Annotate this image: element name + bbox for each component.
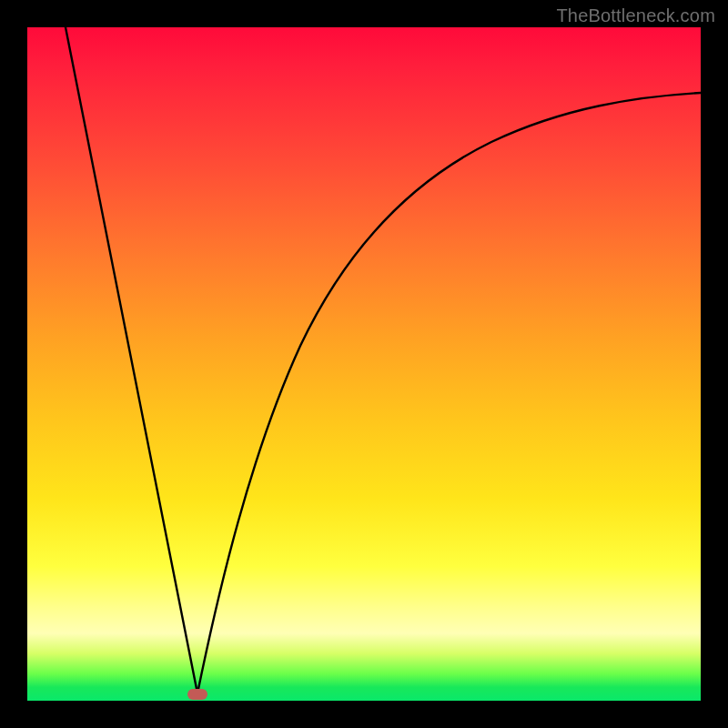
- curve-left-branch: [66, 27, 197, 693]
- plot-area: [27, 27, 701, 701]
- curve-right-branch: [197, 93, 701, 693]
- watermark-text: TheBottleneck.com: [556, 5, 715, 26]
- chart-frame: TheBottleneck.com: [0, 0, 728, 728]
- bottleneck-curve: [27, 27, 701, 701]
- minimum-marker: [187, 689, 207, 700]
